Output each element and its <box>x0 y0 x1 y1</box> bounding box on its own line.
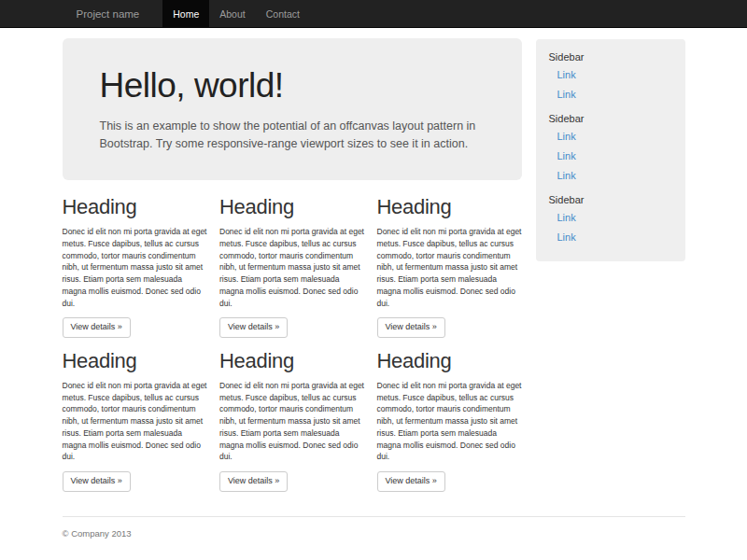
sidebar-group-heading: Sidebar <box>549 194 672 205</box>
main-content: Hello, world! This is an example to show… <box>63 38 685 557</box>
nav-item: Home <box>162 0 209 28</box>
nav-item: About <box>209 0 255 28</box>
card: Heading Donec id elit non mi porta gravi… <box>377 195 522 338</box>
sidebar-group-heading: Sidebar <box>549 51 672 63</box>
sidebar-link[interactable]: Link <box>549 207 672 227</box>
card-heading: Heading <box>377 349 522 373</box>
nav-item-about[interactable]: About <box>209 0 255 28</box>
card: Heading Donec id elit non mi porta gravi… <box>219 349 364 492</box>
navbar: Project name Home About Contact <box>0 0 747 28</box>
navbar-nav: Home About Contact <box>162 0 310 28</box>
jumbotron-text: This is an example to show the potential… <box>100 118 485 153</box>
nav-item-contact[interactable]: Contact <box>256 0 310 28</box>
navbar-brand[interactable]: Project name <box>63 0 154 28</box>
sidebar-group: Sidebar Link Link <box>549 194 672 246</box>
view-details-button[interactable]: View details » <box>63 471 131 492</box>
sidebar-link[interactable]: Link <box>549 84 672 104</box>
sidebar-link[interactable]: Link <box>549 227 672 246</box>
sidebar-column: Sidebar Link Link Sidebar Link Link Link… <box>536 38 685 492</box>
view-details-button[interactable]: View details » <box>63 317 131 338</box>
card-heading: Heading <box>63 195 207 219</box>
card-body: Donec id elit non mi porta gravida at eg… <box>219 226 364 309</box>
card-heading: Heading <box>219 195 364 219</box>
cards-row-2: Heading Donec id elit non mi porta gravi… <box>63 349 522 492</box>
card: Heading Donec id elit non mi porta gravi… <box>377 349 522 492</box>
card-body: Donec id elit non mi porta gravida at eg… <box>219 380 364 463</box>
view-details-button[interactable]: View details » <box>377 317 445 338</box>
card-body: Donec id elit non mi porta gravida at eg… <box>377 380 522 463</box>
sidebar-group-heading: Sidebar <box>549 113 672 124</box>
sidebar-group: Sidebar Link Link <box>549 51 672 104</box>
card-heading: Heading <box>377 195 522 219</box>
card-body: Donec id elit non mi porta gravida at eg… <box>63 226 207 309</box>
footer: © Company 2013 <box>63 516 685 557</box>
main-column: Hello, world! This is an example to show… <box>63 38 522 492</box>
view-details-button[interactable]: View details » <box>377 471 445 492</box>
nav-item: Contact <box>256 0 310 28</box>
card: Heading Donec id elit non mi porta gravi… <box>63 195 207 338</box>
copyright-text: © Company 2013 <box>63 517 685 557</box>
card-body: Donec id elit non mi porta gravida at eg… <box>63 380 207 463</box>
card: Heading Donec id elit non mi porta gravi… <box>219 195 364 338</box>
card-heading: Heading <box>63 349 207 373</box>
sidebar-link[interactable]: Link <box>549 165 672 185</box>
sidebar-group: Sidebar Link Link Link <box>549 113 672 185</box>
card-body: Donec id elit non mi porta gravida at eg… <box>377 226 522 309</box>
sidebar-link[interactable]: Link <box>549 64 672 84</box>
sidebar-link[interactable]: Link <box>549 146 672 165</box>
jumbotron-title: Hello, world! <box>100 66 485 105</box>
sidebar-link[interactable]: Link <box>549 126 672 146</box>
card: Heading Donec id elit non mi porta gravi… <box>63 349 207 492</box>
sidebar: Sidebar Link Link Sidebar Link Link Link… <box>536 39 685 261</box>
jumbotron: Hello, world! This is an example to show… <box>63 38 522 180</box>
view-details-button[interactable]: View details » <box>219 471 288 492</box>
nav-item-home[interactable]: Home <box>162 0 209 28</box>
cards-row-1: Heading Donec id elit non mi porta gravi… <box>63 195 522 338</box>
card-heading: Heading <box>219 349 364 373</box>
view-details-button[interactable]: View details » <box>219 317 288 338</box>
